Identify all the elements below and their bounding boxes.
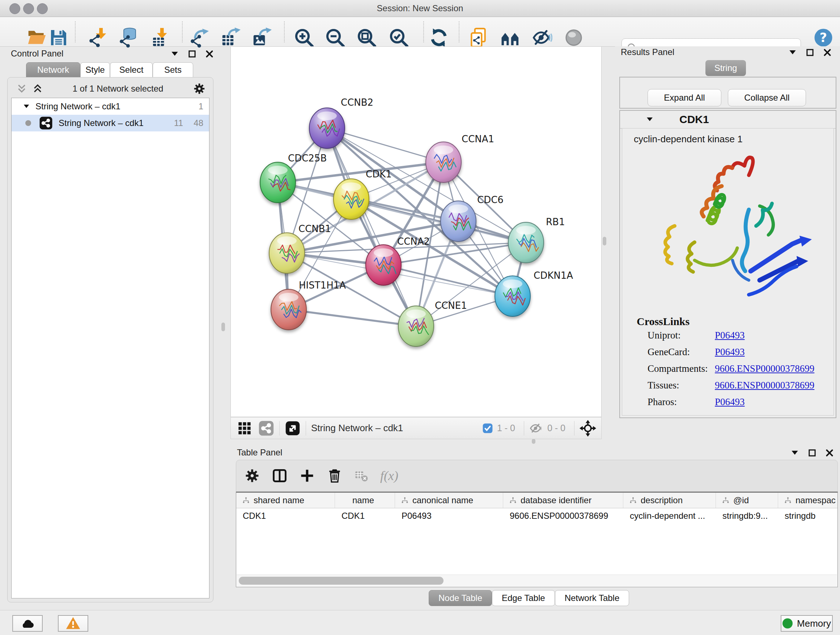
table-row[interactable]: CDK1 CDK1 P06493 9606.ENSP00000378699 cy… — [236, 508, 837, 524]
network-list: String Network – cdk1 1 String Network –… — [11, 98, 210, 599]
save-session-icon[interactable] — [49, 27, 69, 48]
duplicate-network-icon[interactable] — [468, 27, 488, 48]
tab-edge-table[interactable]: Edge Table — [492, 590, 555, 606]
birdseye-grid-icon[interactable] — [237, 421, 252, 435]
divider — [279, 421, 279, 435]
show-all-icon[interactable] — [564, 27, 584, 48]
expand-all-networks-icon[interactable] — [32, 83, 43, 94]
network-collection-row[interactable]: String Network – cdk1 1 — [11, 98, 209, 115]
close-panel-icon[interactable] — [823, 48, 832, 57]
collection-count: 1 — [199, 101, 203, 111]
protein-result-card: CDK1 cyclin-dependent kinase 1 — [619, 110, 836, 418]
import-table-icon[interactable] — [150, 27, 171, 48]
expand-all-button[interactable]: Expand All — [647, 89, 722, 106]
memory-button[interactable]: Memory — [781, 615, 833, 632]
right-splitter-handle[interactable] — [603, 237, 606, 245]
apply-layout-icon[interactable] — [429, 27, 449, 48]
hide-selected-icon[interactable] — [532, 27, 553, 48]
tab-sets[interactable]: Sets — [153, 62, 193, 78]
crosslink-uniprot-link[interactable]: P06493 — [715, 330, 745, 341]
float-panel-icon[interactable] — [805, 48, 815, 57]
cell-canonical-name: P06493 — [395, 508, 503, 524]
svg-text:CDKN1A: CDKN1A — [534, 270, 573, 281]
warning-icon — [65, 616, 81, 631]
svg-text:CCNA2: CCNA2 — [397, 236, 430, 247]
open-session-icon[interactable] — [27, 27, 47, 48]
zoom-fit-icon[interactable] — [356, 27, 377, 48]
scrollbar-thumb[interactable] — [239, 577, 444, 585]
network-node-ccna1[interactable]: CCNA1 — [426, 134, 494, 182]
zoom-selected-icon[interactable] — [388, 27, 409, 48]
tab-style[interactable]: Style — [80, 62, 110, 78]
import-network-database-icon[interactable] — [118, 27, 139, 48]
network-row[interactable]: String Network – cdk1 11 48 — [11, 115, 209, 131]
zoom-in-icon[interactable] — [294, 27, 314, 48]
first-neighbors-icon[interactable] — [500, 27, 521, 48]
network-node-rb1[interactable]: RB1 — [508, 217, 565, 263]
crosslink-pharos-link[interactable]: P06493 — [715, 396, 745, 408]
gene-expand-icon[interactable] — [645, 115, 654, 124]
warnings-button[interactable] — [58, 615, 88, 632]
protein-structure-image — [640, 152, 821, 307]
function-builder-icon: f(x) — [380, 468, 398, 483]
collapse-all-networks-icon[interactable] — [16, 83, 27, 94]
add-column-icon[interactable] — [299, 468, 315, 484]
export-network-icon[interactable] — [189, 27, 210, 48]
collection-expand-icon[interactable] — [22, 103, 30, 111]
help-icon[interactable]: ? — [813, 27, 834, 48]
export-image-icon[interactable] — [251, 27, 272, 48]
zoom-out-icon[interactable] — [325, 27, 345, 48]
collapse-panel-icon[interactable] — [170, 49, 180, 59]
cell-id: stringdb:9... — [716, 508, 778, 524]
float-panel-icon[interactable] — [807, 448, 817, 458]
crosslink-genecard-link[interactable]: P06493 — [715, 347, 745, 358]
network-node-ccne1[interactable]: CCNE1 — [398, 300, 467, 347]
column-type-icon — [401, 496, 409, 504]
collapse-panel-icon[interactable] — [788, 48, 797, 57]
network-type-icon — [39, 116, 53, 130]
network-view-toolbar: String Network – cdk1 1 - 0 0 - 0 — [231, 417, 602, 439]
cell-name: CDK1 — [335, 508, 395, 524]
divider — [306, 421, 306, 435]
toolbar-separator — [423, 21, 424, 42]
pan-navigate-icon[interactable] — [579, 420, 596, 437]
svg-text:CCNA1: CCNA1 — [462, 134, 494, 144]
network-node-hist1h1a[interactable]: HIST1H1A — [271, 280, 346, 330]
cloud-status-button[interactable] — [12, 615, 43, 632]
collapse-panel-icon[interactable] — [790, 448, 799, 458]
tab-select[interactable]: Select — [110, 62, 153, 78]
close-panel-icon[interactable] — [205, 49, 214, 59]
network-options-gear-icon[interactable] — [193, 82, 206, 95]
network-node-ccnb1[interactable]: CCNB1 — [269, 223, 331, 273]
results-panel-title: Results Panel — [621, 47, 674, 57]
network-canvas[interactable]: CCNB2CCNA1CDC25BCDK1CDC6RB1CCNB1CCNA2CDK… — [231, 46, 602, 417]
export-table-icon[interactable] — [220, 27, 240, 48]
crosslink-compartments-link[interactable]: 9606.ENSP00000378699 — [715, 363, 814, 374]
column-header: description — [641, 495, 683, 505]
tab-node-table[interactable]: Node Table — [429, 590, 492, 606]
tab-network[interactable]: Network — [26, 62, 80, 78]
network-node-ccnb2[interactable]: CCNB2 — [309, 97, 373, 149]
collapse-all-button[interactable]: Collapse All — [728, 89, 806, 106]
left-splitter-handle[interactable] — [221, 323, 225, 331]
collection-label: String Network – cdk1 — [35, 101, 120, 111]
delete-column-icon[interactable] — [327, 468, 343, 484]
column-type-icon — [722, 496, 729, 504]
close-panel-icon[interactable] — [825, 448, 834, 458]
tab-string[interactable]: String — [706, 60, 746, 76]
crosslinks-heading: CrossLinks — [637, 315, 690, 328]
table-header-row[interactable]: shared name name canonical name database… — [236, 493, 837, 508]
show-columns-icon[interactable] — [272, 468, 287, 484]
table-horizontal-scrollbar[interactable] — [237, 575, 837, 586]
import-network-file-icon[interactable] — [88, 27, 108, 48]
selected-nodes-checkbox-icon[interactable] — [482, 423, 493, 434]
network-node-cdkn1a[interactable]: CDKN1A — [495, 270, 573, 317]
float-panel-icon[interactable] — [187, 49, 197, 59]
network-node-cdk1[interactable]: CDK1 — [333, 169, 392, 219]
cell-namespace: stringdb — [778, 508, 837, 524]
table-options-gear-icon[interactable] — [244, 468, 260, 484]
crosslink-tissues-link[interactable]: 9606.ENSP00000378699 — [715, 380, 814, 391]
window-title: Session: New Session — [0, 3, 840, 13]
open-in-window-icon[interactable] — [285, 420, 301, 436]
tab-network-table[interactable]: Network Table — [555, 590, 630, 606]
